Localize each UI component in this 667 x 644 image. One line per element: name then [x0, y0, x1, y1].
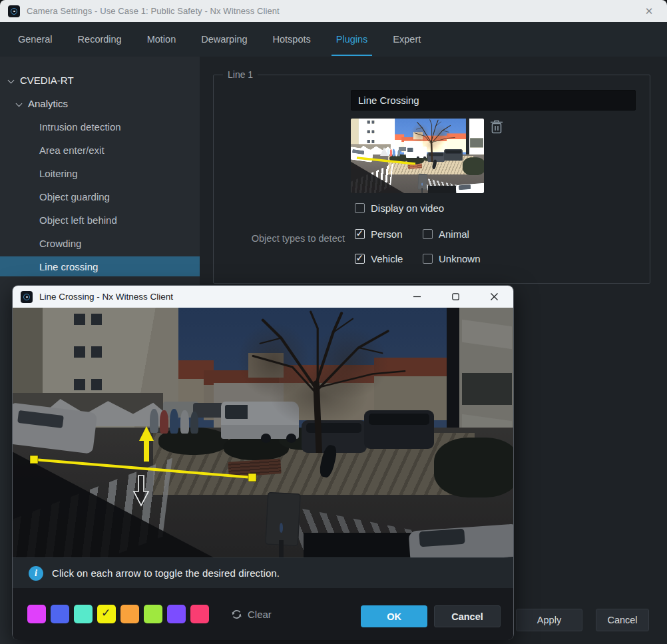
camera-video-frame[interactable] [13, 308, 513, 557]
sidebar-item-label: Object guarding [39, 191, 110, 202]
line-crossing-dialog: Line Crossing - Nx Witness Client [12, 285, 514, 640]
tree-node-cvedia-rt[interactable]: CVEDIA-RT [0, 70, 208, 90]
tab-motion[interactable]: Motion [134, 22, 189, 57]
line-handle-left[interactable] [30, 456, 38, 464]
settings-tabbar: General Recording Motion Dewarping Hotsp… [0, 22, 667, 57]
apply-button[interactable]: Apply [516, 609, 582, 631]
info-icon: i [29, 566, 43, 581]
tab-expert[interactable]: Expert [380, 22, 433, 57]
sidebar-item-label: Area enter/exit [39, 145, 105, 156]
tab-general[interactable]: General [18, 22, 65, 57]
object-type-unknown-checkbox[interactable]: Unknown [423, 253, 481, 264]
sidebar-item-label: Object left behind [39, 214, 117, 226]
checkbox-box [423, 254, 433, 264]
main-titlebar: Camera Settings - Use Case 1: Public Saf… [0, 0, 667, 22]
color-swatch-green[interactable] [144, 605, 162, 623]
dialog-title: Line Crossing - Nx Witness Client [39, 292, 173, 302]
checkbox-label: Person [371, 228, 403, 240]
tree-node-label: Analytics [28, 98, 68, 109]
close-icon[interactable]: ✕ [639, 0, 659, 22]
tree-node-label: CVEDIA-RT [20, 75, 74, 86]
tab-plugins[interactable]: Plugins [324, 22, 381, 57]
thumbnail-line-overlay [351, 119, 484, 193]
sidebar-item-label: Line crossing [39, 261, 98, 272]
tab-dewarping[interactable]: Dewarping [188, 22, 260, 57]
info-message: Click on each arrow to toggle the desire… [52, 567, 280, 579]
checkbox-label: Vehicle [371, 253, 403, 264]
cancel-button[interactable]: Cancel [596, 609, 649, 631]
chevron-down-icon [16, 101, 22, 107]
tree-node-analytics[interactable]: Analytics [0, 93, 216, 113]
line-name-input[interactable] [351, 90, 636, 111]
color-swatch-yellow[interactable] [97, 605, 116, 623]
sidebar-item-label: Loitering [39, 168, 78, 179]
color-palette [27, 605, 209, 623]
crossing-line[interactable] [34, 460, 252, 478]
object-type-vehicle-checkbox[interactable]: Vehicle [355, 253, 403, 264]
color-swatch-blue[interactable] [51, 605, 69, 623]
object-type-animal-checkbox[interactable]: Animal [423, 228, 469, 240]
ok-button[interactable]: OK [361, 605, 427, 627]
clear-label: Clear [248, 609, 272, 620]
direction-down-arrow[interactable] [134, 476, 148, 505]
minimize-icon[interactable] [397, 286, 436, 308]
dialog-infobar: i Click on each arrow to toggle the desi… [13, 557, 513, 588]
checkbox-label: Display on video [371, 202, 444, 214]
chevron-down-icon [8, 77, 14, 83]
dialog-titlebar: Line Crossing - Nx Witness Client [13, 286, 513, 308]
trash-icon [489, 119, 504, 135]
line-handle-right[interactable] [248, 474, 256, 482]
checkbox-label: Unknown [439, 253, 481, 264]
line1-group-label: Line 1 [223, 69, 258, 80]
dialog-footer: Clear OK Cancel [13, 588, 513, 640]
line-drawing-overlay [13, 308, 513, 557]
nx-witness-app-icon [21, 291, 33, 303]
checkbox-label: Animal [439, 228, 469, 240]
object-type-person-checkbox[interactable]: Person [355, 228, 403, 240]
color-swatch-purple[interactable] [167, 605, 186, 623]
checkbox-box [355, 229, 365, 239]
main-window-title: Camera Settings - Use Case 1: Public Saf… [27, 6, 280, 16]
tab-recording[interactable]: Recording [65, 22, 134, 57]
sidebar-item-label: Intrusion detection [39, 121, 121, 133]
color-swatch-pink[interactable] [190, 605, 209, 623]
object-types-label: Object types to detect [240, 233, 345, 244]
refresh-icon [231, 609, 242, 620]
direction-up-arrow[interactable] [139, 426, 154, 462]
sidebar-item-label: Crowding [39, 238, 81, 249]
nx-witness-app-icon [8, 5, 20, 17]
color-swatch-magenta[interactable] [27, 605, 46, 623]
color-swatch-teal[interactable] [74, 605, 93, 623]
maximize-icon[interactable] [436, 286, 475, 308]
checkbox-box [423, 229, 433, 239]
color-swatch-orange[interactable] [120, 605, 139, 623]
checkbox-box [355, 254, 365, 264]
dialog-cancel-button[interactable]: Cancel [434, 605, 501, 627]
line-thumbnail[interactable] [351, 119, 484, 193]
tab-hotspots[interactable]: Hotspots [260, 22, 324, 57]
close-icon[interactable] [475, 286, 513, 308]
delete-line-button[interactable] [489, 119, 505, 137]
display-on-video-checkbox[interactable]: Display on video [355, 202, 444, 214]
checkbox-box [355, 203, 365, 213]
clear-button[interactable]: Clear [231, 609, 272, 620]
